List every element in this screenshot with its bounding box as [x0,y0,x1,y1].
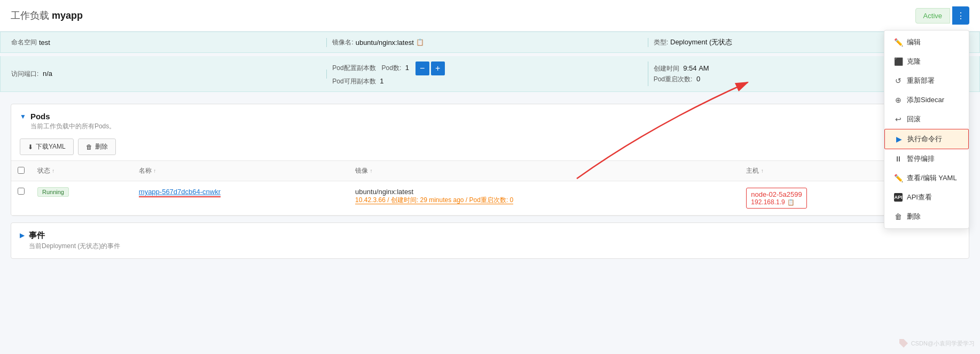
menu-label-pause: 暂停编排 [907,154,935,164]
edit-icon: ✏️ [894,38,903,47]
table-actions: ⬇ 下载YAML 🗑 删除 [11,135,969,160]
menu-item-redeploy[interactable]: ↺ 重新部署 [884,71,969,90]
name-sort-icon[interactable]: ↑ [153,168,156,174]
menu-label-clone: 克隆 [907,57,921,66]
type-label: 类型: [654,38,668,47]
info-row-2: 访问端口: n/a Pod配置副本数 Pod数: 1 − + Pod可用副本数 … [0,56,980,92]
menu-item-view-yaml[interactable]: ✏️ 查看/编辑 YAML [884,168,969,188]
row-checkbox[interactable] [18,188,25,195]
name-col-header: 名称 ↑ [132,161,349,181]
menu-item-edit[interactable]: ✏️ 编辑 [884,33,969,52]
namespace-label: 命名空间 [11,38,37,47]
pod-increase-button[interactable]: + [431,61,445,75]
dropdown-menu: ✏️ 编辑 ⬛ 克隆 ↺ 重新部署 ⊕ 添加Sidecar ↩ 回滚 ▶ 执行命… [884,30,969,229]
more-button[interactable]: ⋮ [952,6,969,25]
menu-item-exec[interactable]: ▶ 执行命令行 [884,129,969,149]
pod-name-link[interactable]: myapp-567d7dcb64-cnwkr [139,188,221,197]
download-icon: ⬇ [28,143,33,151]
pods-toggle-icon[interactable]: ▼ [20,113,26,120]
host-sort-icon[interactable]: ↑ [761,168,764,174]
clone-icon: ⬛ [894,57,903,66]
image-sub: 10.42.3.66 / 创建时间: 29 minutes ago / Pod重… [355,196,733,205]
info-row-1: 命名空间 test 镜像名: ubuntu/nginx:latest 📋 类型:… [0,32,980,53]
events-section: ▶ 事件 当前Deployment (无状态)的事件 [11,222,969,259]
image-sort-icon[interactable]: ↑ [370,168,372,174]
page-header: 工作负载 myapp Active ⋮ ✏️ 编辑 ⬛ 克隆 ↺ 重新部署 ⊕ … [0,0,980,32]
port-label: 访问端口: n/a [11,70,316,79]
menu-item-delete[interactable]: 🗑 删除 [884,207,969,226]
menu-item-api[interactable]: API API查看 [884,188,969,207]
events-toggle-icon[interactable]: ▶ [20,232,25,239]
delete-pods-button[interactable]: 🗑 删除 [78,138,116,155]
status-col-header: 状态 ↑ [31,161,132,181]
menu-label-redeploy: 重新部署 [907,76,935,86]
pod-available-row: Pod可用副本数 1 [332,77,637,86]
pods-section-title-group: Pods 当前工作负载中的所有Pods。 [30,112,115,131]
rollback-icon: ↩ [894,115,903,124]
row-status-cell: Running [31,181,132,216]
menu-label-rollback: 回滚 [907,114,921,124]
menu-label-exec: 执行命令行 [907,134,942,144]
type-value: Deployment (无状态 [670,37,732,47]
events-section-subtitle: 当前Deployment (无状态)的事件 [29,242,120,251]
pod-config-row: Pod配置副本数 Pod数: 1 − + [332,61,637,75]
header-right: Active ⋮ ✏️ 编辑 ⬛ 克隆 ↺ 重新部署 ⊕ 添加Sidecar ↩… [915,6,969,25]
menu-item-add-sidecar[interactable]: ⊕ 添加Sidecar [884,90,969,110]
trash-icon: 🗑 [86,143,92,151]
namespace-value: test [39,39,50,47]
table-header-row: 状态 ↑ 名称 ↑ 镜像 ↑ 主机 ↑ [11,161,969,181]
host-ip: 192.168.1.9 📋 [751,198,802,206]
page-title: 工作负载 myapp [11,9,83,22]
row-name-cell: myapp-567d7dcb64-cnwkr [132,181,349,216]
events-section-title: 事件 [29,230,120,241]
row-image-cell: ubuntu/nginx:latest 10.42.3.66 / 创建时间: 2… [349,181,740,216]
menu-label-view-yaml: 查看/编辑 YAML [907,173,957,183]
host-box: node-02-5a2599 192.168.1.9 📋 [746,188,806,209]
menu-label-api: API查看 [907,193,932,202]
pods-section-title: Pods [30,112,115,121]
pod-count-cell: Pod配置副本数 Pod数: 1 − + Pod可用副本数 1 [327,61,648,86]
pods-section: ▼ Pods 当前工作负载中的所有Pods。 ⬇ 下载YAML 🗑 删除 [11,104,969,216]
pods-section-subtitle: 当前工作负载中的所有Pods。 [30,122,115,131]
running-badge: Running [37,187,69,197]
menu-item-rollback[interactable]: ↩ 回滚 [884,110,969,129]
pod-decrease-button[interactable]: − [415,61,429,75]
row-checkbox-cell [11,181,31,216]
status-sort-icon[interactable]: ↑ [52,168,54,174]
api-icon: API [894,193,903,202]
redeploy-icon: ↺ [894,76,903,85]
port-cell: 访问端口: n/a [11,70,327,79]
view-yaml-icon: ✏️ [894,174,903,182]
main-content: ▼ Pods 当前工作负载中的所有Pods。 ⬇ 下载YAML 🗑 删除 [0,97,980,265]
exec-icon: ▶ [895,135,903,143]
pause-icon: ⏸ [894,155,903,163]
table-row: Running myapp-567d7dcb64-cnwkr ubuntu/ng… [11,181,969,216]
menu-item-pause[interactable]: ⏸ 暂停编排 [884,149,969,168]
select-all-header [11,161,31,181]
add-sidecar-icon: ⊕ [894,96,903,104]
download-yaml-button[interactable]: ⬇ 下载YAML [20,138,74,155]
menu-label-edit: 编辑 [907,37,921,47]
menu-label-add-sidecar: 添加Sidecar [907,95,944,105]
host-name: node-02-5a2599 [751,190,802,198]
pods-section-header: ▼ Pods 当前工作负载中的所有Pods。 [11,104,969,135]
image-col-header: 镜像 ↑ [349,161,740,181]
copy-image-icon[interactable]: 📋 [416,39,424,46]
image-label: 镜像名: [332,38,353,47]
image-name: ubuntu/nginx:latest [355,188,733,196]
events-title-group: 事件 当前Deployment (无状态)的事件 [29,230,120,251]
image-value: ubuntu/nginx:latest [356,39,414,47]
pods-and-arrow-container: ▼ Pods 当前工作负载中的所有Pods。 ⬇ 下载YAML 🗑 删除 [11,104,969,216]
namespace-cell: 命名空间 test [11,38,327,47]
select-all-checkbox[interactable] [18,167,25,174]
host-col-header: 主机 ↑ [740,161,907,181]
menu-label-delete: 删除 [907,212,921,221]
pods-table: 状态 ↑ 名称 ↑ 镜像 ↑ 主机 ↑ [11,160,969,216]
image-cell: 镜像名: ubuntu/nginx:latest 📋 [327,38,648,47]
menu-item-clone[interactable]: ⬛ 克隆 [884,52,969,71]
copy-host-icon[interactable]: 📋 [787,199,795,206]
delete-icon: 🗑 [894,212,903,221]
status-badge: Active [915,8,950,24]
row-host-cell: node-02-5a2599 192.168.1.9 📋 [740,181,907,216]
